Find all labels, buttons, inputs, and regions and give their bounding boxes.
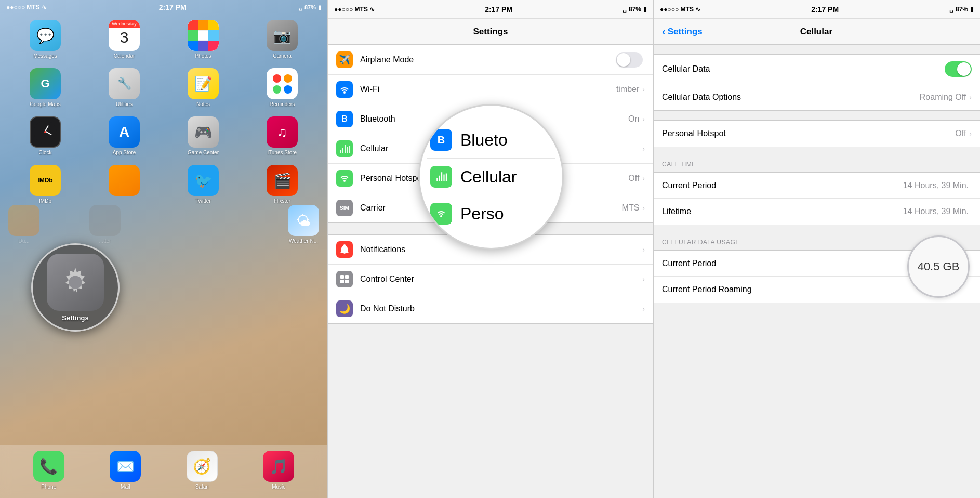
battery-icon: ▮ <box>318 4 321 11</box>
game-center-icon: 🎮 <box>188 116 219 148</box>
app-imdb[interactable]: IMDb IMDb <box>8 165 82 204</box>
app-camera[interactable]: 📷 Camera <box>245 20 319 59</box>
cellular-data-toggle[interactable] <box>945 61 972 77</box>
camera-icon: 📷 <box>267 20 298 51</box>
app-twitter[interactable]: 🐦 Twitter <box>166 165 240 204</box>
wifi-icon: ∿ <box>42 4 47 11</box>
music-label: Music <box>272 484 285 490</box>
app-reminders[interactable]: Reminders <box>245 68 319 107</box>
settings-zoom-label: Settings <box>62 314 88 322</box>
app-game-center[interactable]: 🎮 Game Center <box>166 116 240 155</box>
bluetooth-chevron: › <box>642 115 645 123</box>
flixster-icon: 🎬 <box>267 165 298 196</box>
zoom-cellular-row[interactable]: Cellular <box>420 159 562 195</box>
carrier-chevron: › <box>642 204 645 212</box>
back-label: Settings <box>668 27 703 37</box>
cellular-options-row[interactable]: Cellular Data Options Roaming Off › <box>654 84 980 110</box>
photos-icon <box>188 20 219 51</box>
cellular-chevron: › <box>642 145 645 153</box>
control-center-label: Control Center <box>360 274 642 284</box>
hotspot-section: Personal Hotspot Off › <box>654 120 980 147</box>
zoom-bluetooth-label: Bluetooth <box>460 130 531 150</box>
app-messages[interactable]: 💬 Messages <box>8 20 82 59</box>
settings-zoom-overlay: B Bluetooth Cellular Personal... <box>418 104 564 250</box>
cellular-options-value: Roaming Off <box>920 93 966 102</box>
imdb-icon: IMDb <box>30 165 61 196</box>
dock-music[interactable]: 🎵 Music <box>263 451 294 490</box>
cellular-time: 2:17 PM <box>811 5 839 14</box>
settings-zoom-circle[interactable]: Settings <box>31 243 120 332</box>
reminders-label: Reminders <box>270 101 295 107</box>
back-button[interactable]: ‹ Settings <box>662 25 703 37</box>
app-er[interactable]: ...tter <box>89 205 121 244</box>
cellular-title: Cellular <box>800 27 832 37</box>
settings-time: 2:17 PM <box>485 5 512 14</box>
control-center-icon <box>336 271 353 287</box>
er-label: ...tter <box>99 238 111 244</box>
clock-label: Clock <box>38 150 51 155</box>
current-period-row: Current Period 14 Hours, 39 Min. <box>654 173 980 199</box>
cel-batt-icon: ▮ <box>970 6 974 13</box>
utilities-icon: 🔧 <box>109 68 140 99</box>
settings-row-wifi[interactable]: Wi-Fi timber › <box>328 75 653 104</box>
weather-label: Weather N... <box>289 238 318 244</box>
app-grid: 💬 Messages Wednesday 3 Calendar Photos 📷… <box>0 14 327 210</box>
bluetooth-icon: B <box>336 111 353 127</box>
clock-icon <box>30 116 61 148</box>
cellular-data-row[interactable]: Cellular Data <box>654 55 980 84</box>
airplane-icon: ✈️ <box>336 51 353 68</box>
settings-row-airplane[interactable]: ✈️ Airplane Mode <box>328 45 653 75</box>
zoom-personal-row[interactable]: Personal... <box>420 195 562 232</box>
control-center-chevron: › <box>642 275 645 283</box>
app-clock[interactable]: Clock <box>8 116 82 155</box>
settings-row-control-center[interactable]: Control Center › <box>328 265 653 294</box>
app-photos[interactable]: Photos <box>166 20 240 59</box>
home-screen: ●●○○○ MTS ∿ 2:17 PM ␣ 87% ▮ 💬 Messages W… <box>0 0 327 498</box>
app-weather[interactable]: 🌤 Weather N... <box>288 205 319 244</box>
app-google-maps[interactable]: G Google Maps <box>8 68 82 107</box>
app-appstore[interactable]: A App Store <box>87 116 161 155</box>
app-flixster[interactable]: 🎬 Flixster <box>245 165 319 204</box>
carrier-name: MTS <box>27 4 39 11</box>
signal-dots: ●●○○○ <box>6 4 25 11</box>
app-utilities[interactable]: 🔧 Utilities <box>87 68 161 107</box>
top-spacer <box>654 45 980 54</box>
cellular-nav-bar: ‹ Settings Cellular <box>654 19 980 45</box>
dock-mail[interactable]: ✉️ Mail <box>110 451 141 490</box>
batt-icon: ▮ <box>643 6 647 13</box>
weather-icon: 🌤 <box>288 205 319 236</box>
bluetooth-value: On <box>628 114 639 124</box>
svg-rect-3 <box>340 275 344 279</box>
app-calendar[interactable]: Wednesday 3 Calendar <box>87 20 161 59</box>
cel-batt-pct: 87% <box>956 6 968 13</box>
bluetooth-icon: ␣ <box>299 4 302 11</box>
app-orange[interactable] <box>87 165 161 204</box>
dock-safari[interactable]: 🧭 Safari <box>187 451 218 490</box>
app-notes[interactable]: 📝 Notes <box>166 68 240 107</box>
hotspot-row-value: Off <box>955 129 966 138</box>
cellular-carrier: ●●○○○ MTS ∿ <box>660 6 700 13</box>
cel-bt-icon: ␣ <box>949 6 953 13</box>
spacer <box>49 205 80 244</box>
mail-icon: ✉️ <box>110 451 141 482</box>
app-du[interactable]: Du... <box>8 205 39 244</box>
cellular-options-label: Cellular Data Options <box>662 93 920 102</box>
airplane-toggle[interactable] <box>616 52 643 68</box>
twitter-icon: 🐦 <box>188 165 219 196</box>
messages-label: Messages <box>33 53 57 59</box>
hotspot-row-chevron: › <box>969 129 972 138</box>
lifetime-row: Lifetime 14 Hours, 39 Min. <box>654 199 980 225</box>
dock-phone[interactable]: 📞 Phone <box>33 451 64 490</box>
settings-title: Settings <box>473 27 508 37</box>
itunes-label: iTunes Store <box>268 150 297 155</box>
mail-label: Mail <box>121 484 130 490</box>
zoom-bluetooth-row[interactable]: B Bluetooth <box>420 122 562 158</box>
settings-row-dnd[interactable]: 🌙 Do Not Disturb › <box>328 294 653 323</box>
app-itunes[interactable]: ♫ iTunes Store <box>245 116 319 155</box>
cellular-data-section: Cellular Data Cellular Data Options Roam… <box>654 54 980 111</box>
lifetime-value: 14 Hours, 39 Min. <box>903 207 969 216</box>
hotspot-row[interactable]: Personal Hotspot Off › <box>654 121 980 147</box>
music-icon: 🎵 <box>263 451 294 482</box>
er-icon <box>89 205 121 236</box>
google-maps-label: Google Maps <box>30 101 60 107</box>
